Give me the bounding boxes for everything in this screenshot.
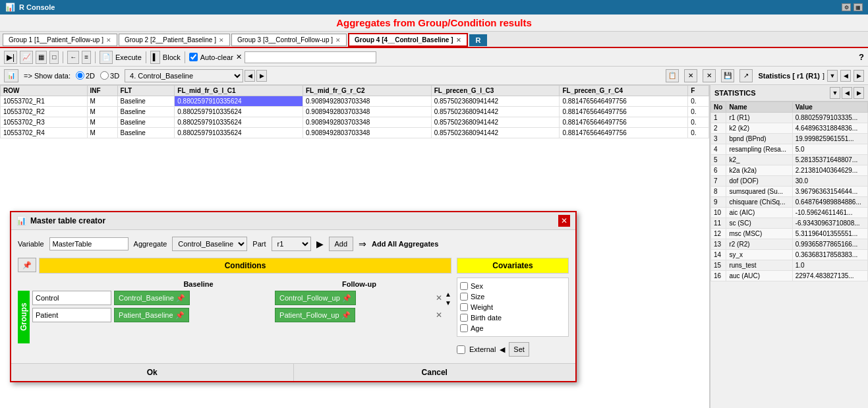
stats-left-btn[interactable]: ◀ [842,87,852,99]
tab-group4[interactable]: Group 4 [4__Control_Baseline ] ✕ [348,33,467,47]
tab-group3[interactable]: Group 3 [3__Control_Follow-up ] ✕ [231,34,347,46]
close-control-row[interactable]: ✕ [436,293,442,303]
add-all-btn[interactable]: Add All Aggregates [372,240,438,248]
toolbar-chart-btn[interactable]: 📈 [20,51,33,64]
copy2-btn[interactable]: ✕ [703,69,716,82]
covariate-size-checkbox[interactable] [460,293,468,301]
control-baseline-btn[interactable]: Control_Baseline 📌 [114,291,190,305]
block-btn[interactable]: ▌ [150,51,160,64]
external-nav-left[interactable]: ◀ [500,345,505,354]
cancel-btn[interactable]: Cancel [294,364,576,381]
search-input[interactable] [245,51,376,63]
scroll-up-arrow[interactable]: ▲ [445,291,451,298]
cell-c2: 0.9089492803703348 [303,107,432,117]
cell-row: 10553702_R3 [1,117,88,128]
tab-group1[interactable]: Group 1 [1__Patient_Follow-up ] ✕ [3,34,117,46]
stats-row: 13r2 (R2)0.99365877865166... [711,239,868,250]
stats-section: Statistics [ r1 (R1) ] ▼ ◀ ▶ [758,70,864,82]
covariate-sex-checkbox[interactable] [460,282,468,290]
toolbar-list-btn[interactable]: ≡ [82,51,91,64]
close-patient-row[interactable]: ✕ [436,310,442,320]
table-row: 10553702_R3 M Baseline 0.880259791033562… [1,117,709,128]
cell-flt: Baseline [117,128,175,138]
add-btn[interactable]: Add [329,237,354,251]
radio-2d-label: 2D [86,72,95,80]
autoclear-checkbox[interactable] [189,53,198,61]
cell-f: 0. [688,96,709,107]
stats-row: 12msc (MSC)5.31196401355551... [711,229,868,239]
dialog-close-btn[interactable]: ✕ [558,215,570,227]
group-row-control: Control_Baseline 📌 Control_Follow_up 📌 [32,291,442,305]
variable-label: Variable [18,240,44,248]
stats-panel-title: STATISTICS [714,89,756,97]
save-btn[interactable]: 💾 [721,69,734,82]
patient-baseline-btn[interactable]: Patient_Baseline 📌 [114,308,189,322]
covariate-age-checkbox[interactable] [460,324,468,332]
toolbar-import-btn[interactable]: ← [67,51,79,64]
help-btn[interactable]: ? [859,52,864,62]
radio-2d[interactable]: 2D [76,71,95,80]
set-btn[interactable]: Set [509,342,529,357]
patient-baseline-pin-icon: 📌 [175,311,185,320]
radio-2d-input[interactable] [76,71,84,80]
next-nav-btn[interactable]: ▶ [256,70,267,82]
stats-right-btn[interactable]: ▶ [854,87,864,99]
toolbar-square-btn[interactable]: □ [49,51,59,64]
arrow-icon: ▶ [316,239,324,249]
page-title: Aggregates from Group/Condition results [0,15,868,32]
dialog: 📊 Master table creator ✕ Variable Aggreg… [10,211,577,382]
ok-btn[interactable]: Ok [11,364,294,381]
title-bar: 📊 R Console ⚙ ▦ [0,0,868,15]
aggregate-dropdown[interactable]: 4. Control_Baseline [125,69,243,82]
cell-f: 0. [688,117,709,128]
toolbar-table-btn[interactable]: ▦ [36,51,47,64]
toolbar-step-btn[interactable]: ▶| [4,51,17,64]
copy-btn[interactable]: 📋 [666,69,679,82]
export-btn[interactable]: ↗ [739,69,753,82]
tab-r[interactable]: R [469,34,488,46]
radio-3d[interactable]: 3D [100,71,119,80]
window-settings-btn[interactable]: ⚙ [842,3,851,11]
table-row: 10553702_R1 M Baseline 0.880259791033562… [1,96,709,107]
group-name-patient[interactable] [32,308,111,322]
radio-3d-input[interactable] [100,71,109,80]
covariate-weight-checkbox[interactable] [460,303,468,311]
toolbar-file-btn[interactable]: 📄 [100,51,113,64]
col-c2: FL_mid_fr_G_r_C2 [303,86,432,96]
external-checkbox[interactable] [457,345,465,354]
covariate-birthdate-checkbox[interactable] [460,314,468,322]
tab-group4-close[interactable]: ✕ [456,37,461,44]
show-data-icon-btn[interactable]: 📊 [4,69,18,82]
stats-prev-btn[interactable]: ◀ [840,70,851,82]
stats-next-btn[interactable]: ▶ [854,70,864,82]
close-btn[interactable]: ✕ [684,69,697,82]
scroll-down-arrow[interactable]: ▼ [445,299,451,306]
cell-inf: M [87,117,117,128]
tab-group3-close[interactable]: ✕ [335,37,341,44]
stats-row: 6k2a (k2a)2.21381040364629... [711,165,868,176]
stats-settings-btn[interactable]: ▼ [827,70,838,82]
col-inf: INF [87,86,117,96]
tab-group1-close[interactable]: ✕ [106,37,111,44]
cell-c2: 0.9089492803703348 [303,128,432,138]
stats-row: 11sc (SC)-6.93430963710808... [711,218,868,229]
group-name-control[interactable] [32,291,111,305]
stats-filter-btn[interactable]: ▼ [830,87,840,99]
variable-input[interactable] [49,237,129,250]
block-label: Block [163,53,181,61]
tab-group1-label: Group 1 [1__Patient_Follow-up ] [9,36,103,44]
tab-group2-close[interactable]: ✕ [219,37,224,44]
patient-followup-btn[interactable]: Patient_Follow_up 📌 [275,308,355,322]
control-followup-btn[interactable]: Control_Follow_up 📌 [275,291,356,305]
aggregate-select[interactable]: Control_Baseline [172,237,247,251]
conditions-pin-btn[interactable]: 📌 [18,258,36,272]
tab-group2[interactable]: Group 2 [2__Patient_Baseline ] ✕ [119,34,230,46]
covariate-weight: Weight [460,302,565,312]
part-select[interactable]: r1 [272,237,311,251]
app-icon: 📊 [5,3,15,12]
control-baseline-pin-icon: 📌 [176,294,185,303]
window-grid-btn[interactable]: ▦ [854,3,863,11]
stats-row: 4resampling (Resa...5.0 [711,144,868,155]
title-bar-controls: ⚙ ▦ [842,3,863,11]
prev-nav-btn[interactable]: ◀ [245,70,255,82]
